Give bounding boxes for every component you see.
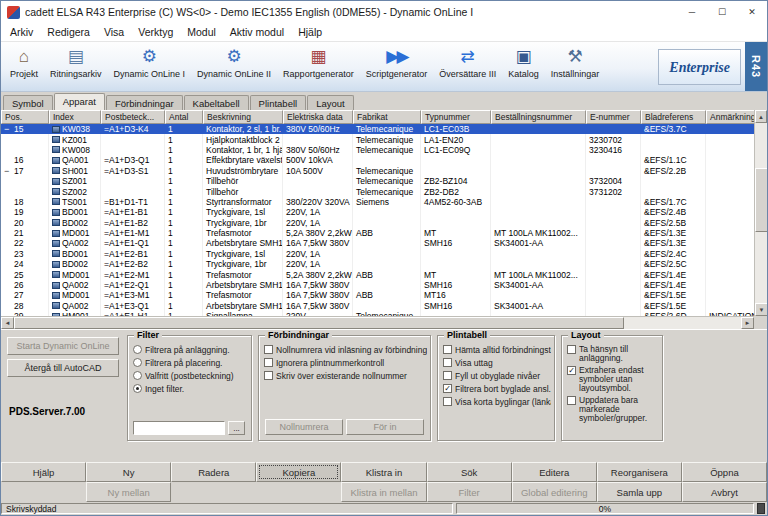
toolbar-button-installningar[interactable]: ⚒Inställningar	[545, 42, 606, 91]
toolbar-button-scriptgenerator[interactable]: ▶▶Scriptgenerator	[360, 42, 434, 91]
action-button-klistra-in-mellan[interactable]: Klistra in mellan	[341, 482, 426, 502]
action-button-global-editering[interactable]: Global editering	[512, 482, 597, 502]
action-button-ny[interactable]: Ny	[86, 462, 171, 482]
scroll-down-icon[interactable]: ▼	[755, 303, 768, 316]
table-row[interactable]: KZ0011Hjälpkontaktblock 2 slTelemecaniqu…	[1, 134, 754, 144]
horizontal-scroll-thumb[interactable]	[14, 317, 624, 329]
table-row[interactable]: 25MD001=A1+E2-M11Trefasmotor5,2A 380V 2,…	[1, 269, 754, 279]
check-option[interactable]: Uppdatera bara markerade symboler/gruppe…	[567, 396, 659, 423]
check-option[interactable]: Hämta alltid förbindningstabell	[443, 345, 551, 355]
column-header-el[interactable]: Elektriska data	[283, 110, 353, 124]
checkbox-icon[interactable]	[264, 371, 273, 380]
table-row[interactable]: 23BD001=A1+E2-B11Tryckgivare, 1sl220V, 1…	[1, 249, 754, 259]
starta-dynamic-online-button[interactable]: Starta Dynamic OnLine	[7, 337, 119, 355]
table-row[interactable]: 24BD002=A1+E2-B21Tryckgivare, 1br220V, 1…	[1, 259, 754, 269]
tab-layout[interactable]: Layout	[307, 95, 354, 110]
action-button-oppna[interactable]: Öppna	[682, 462, 767, 482]
table-row[interactable]: 19BD001=A1+E1-B11Tryckgivare, 1sl220V, 1…	[1, 207, 754, 217]
column-header-besk[interactable]: Beskrivning	[203, 110, 283, 124]
scroll-up-icon[interactable]: ▲	[755, 110, 767, 123]
tab-apparat[interactable]: Apparat	[54, 93, 105, 110]
toolbar-button-dynamic-online-2[interactable]: ⚙Dynamic OnLine II	[191, 42, 277, 91]
toolbar-button-oversattare[interactable]: ⇄Översättare III	[433, 42, 502, 91]
table-row[interactable]: 21MD001=A1+E1-M11Trefasmotor5,2A 380V 2,…	[1, 228, 754, 238]
check-option[interactable]: Ta hänsyn till anläggning.	[567, 345, 659, 363]
scroll-left-icon[interactable]: ◄	[1, 317, 14, 329]
column-header-fab[interactable]: Fabrikat	[353, 110, 421, 124]
vertical-scroll-thumb[interactable]	[755, 168, 768, 232]
radio-button-icon[interactable]	[133, 345, 142, 354]
filter-input[interactable]	[133, 421, 225, 435]
action-button-sok[interactable]: Sök	[427, 462, 512, 482]
for-in-button[interactable]: För in	[346, 419, 424, 435]
scroll-right-icon[interactable]: ►	[741, 317, 754, 329]
filter-browse-button[interactable]: ...	[228, 421, 245, 435]
checkbox-icon[interactable]: ✓	[443, 384, 452, 393]
column-header-best[interactable]: Beställningsnummer	[491, 110, 586, 124]
action-button-ny-mellan[interactable]: Ny mellan	[86, 482, 171, 502]
toolbar-button-katalog[interactable]: ▣Katalog	[502, 42, 545, 91]
check-option[interactable]: Visa korta byglingar (länkar)	[443, 397, 551, 407]
tab-plintabell[interactable]: Plintabell	[250, 95, 307, 110]
check-option[interactable]: ✓Extrahera endast symboler utan layoutsy…	[567, 366, 659, 393]
radio-option[interactable]: Filtrera på placering.	[133, 358, 248, 368]
menu-item-modul[interactable]: Modul	[180, 24, 223, 40]
minimize-button[interactable]: ─	[677, 1, 707, 23]
table-row[interactable]: 26QA002=A1+E2-Q11Arbetsbrytare SMH1616A …	[1, 280, 754, 290]
checkbox-icon[interactable]	[443, 371, 452, 380]
table-row[interactable]: 22QA002=A1+E1-Q11Arbetsbrytare SMH1616A …	[1, 238, 754, 248]
check-option[interactable]: Ignorera plintnummerkontroll	[264, 358, 427, 368]
menu-item-hjalp[interactable]: Hjälp	[291, 24, 329, 40]
close-button[interactable]: ✕	[737, 1, 767, 23]
checkbox-icon[interactable]	[264, 358, 273, 367]
radio-option[interactable]: Valfritt (postbeteckning)	[133, 371, 248, 381]
table-row[interactable]: −17SH001=A1+D3-S11Huvudströmbrytare10A 5…	[1, 166, 754, 176]
table-row[interactable]: 27MD001=A1+E3-M11Trefasmotor16A 7,5kW 38…	[1, 290, 754, 300]
menu-item-verktyg[interactable]: Verktyg	[131, 24, 180, 40]
checkbox-icon[interactable]	[264, 345, 273, 354]
table-row[interactable]: −15KW038=A1+D3-K41Kontaktor, 2 sl, 1 br.…	[1, 124, 754, 134]
toolbar-button-dynamic-online-1[interactable]: ⚙Dynamic OnLine I	[108, 42, 192, 91]
action-button-samla-upp[interactable]: Samla upp	[597, 482, 682, 502]
check-option[interactable]: Visa uttag	[443, 358, 551, 368]
radio-option[interactable]: Inget filter.	[133, 384, 248, 394]
action-button-hjalp[interactable]: Hjälp	[1, 462, 86, 482]
checkbox-icon[interactable]	[443, 358, 452, 367]
action-button-kopiera[interactable]: Kopiera	[256, 462, 341, 482]
toolbar-button-ritningsarkiv[interactable]: ▤Ritningsarkiv	[44, 42, 108, 91]
column-header-typ[interactable]: Typnummer	[421, 110, 491, 124]
vertical-scrollbar[interactable]: ▲ ▼	[754, 110, 767, 316]
column-header-pos[interactable]: Pos.	[1, 110, 49, 124]
radio-button-icon[interactable]	[133, 371, 142, 380]
check-option[interactable]: ✓Filtrera bort byglade ansl.	[443, 384, 551, 394]
column-header-post[interactable]: Postbeteck...	[101, 110, 165, 124]
toolbar-button-rapportgenerator[interactable]: ▦Rapportgenerator	[277, 42, 360, 91]
toolbar-button-projekt[interactable]: ⌂Projekt	[4, 42, 44, 91]
checkbox-icon[interactable]: ✓	[567, 366, 576, 375]
action-button-radera[interactable]: Radera	[171, 462, 256, 482]
menu-item-visa[interactable]: Visa	[97, 24, 131, 40]
checkbox-icon[interactable]	[567, 345, 576, 354]
horizontal-scrollbar[interactable]: ◄ ►	[1, 316, 754, 329]
menu-item-aktiv-modul[interactable]: Aktiv modul	[223, 24, 291, 40]
table-row[interactable]: KW0081Kontaktor, 1 br, 1 hjälp...380V 50…	[1, 145, 754, 155]
nollnumrera-button[interactable]: Nollnumrera	[265, 419, 343, 435]
action-button-filter[interactable]: Filter	[427, 482, 512, 502]
action-button-reorganisera[interactable]: Reorganisera	[597, 462, 682, 482]
checkbox-icon[interactable]	[443, 397, 452, 406]
column-header-antal[interactable]: Antal	[165, 110, 203, 124]
tree-expander-icon[interactable]: −	[4, 166, 12, 176]
action-button-editera[interactable]: Editera	[512, 462, 597, 482]
check-option[interactable]: Nollnumrera vid inläsning av förbindning…	[264, 345, 427, 355]
action-button-klistra-in[interactable]: Klistra in	[341, 462, 426, 482]
checkbox-icon[interactable]	[443, 345, 452, 354]
tab-forbindningar[interactable]: Förbindningar	[106, 95, 183, 110]
table-row[interactable]: 18TS001=B1+D1-T11Styrtransformator380/22…	[1, 197, 754, 207]
column-header-blad[interactable]: Bladreferens	[641, 110, 706, 124]
radio-button-icon[interactable]	[133, 384, 142, 393]
check-option[interactable]: Fyll ut obyglade nivåer	[443, 371, 551, 381]
atergaa-till-autocad-button[interactable]: Återgå till AutoCAD	[7, 359, 119, 377]
table-row[interactable]: SZ0011TillbehörTelemecaniqueZB2-BZ104373…	[1, 176, 754, 186]
column-header-enr[interactable]: E-nummer	[586, 110, 641, 124]
menu-item-arkiv[interactable]: Arkiv	[3, 24, 40, 40]
